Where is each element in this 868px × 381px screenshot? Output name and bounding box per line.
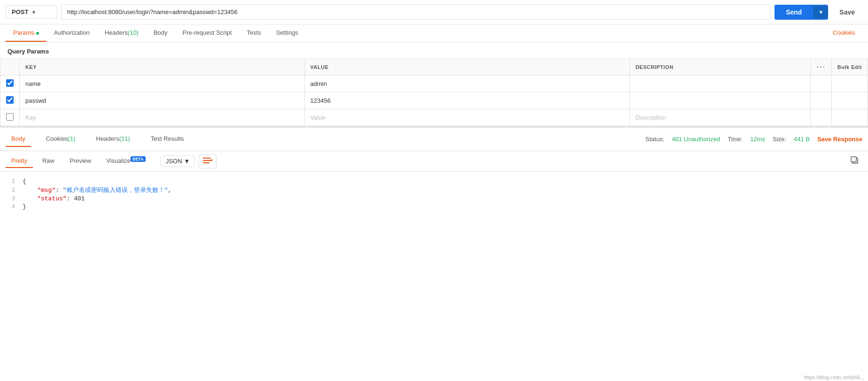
line-num-3: 3: [0, 196, 23, 202]
res-tab-cookies[interactable]: Cookies(1): [40, 131, 81, 147]
row3-key-placeholder: Key: [25, 114, 36, 121]
line-num-1: 1: [0, 178, 23, 185]
code-content-2: "msg": "账户名或密码输入错误，登录失败！",: [23, 186, 868, 194]
row3-value[interactable]: Value: [304, 109, 629, 126]
status-value: 401 Unauthorized: [672, 136, 721, 143]
send-arrow[interactable]: ▼: [813, 6, 828, 19]
status-info: Status: 401 Unauthorized Time: 12ms Size…: [645, 136, 862, 143]
params-dot: [36, 32, 39, 35]
val-status: 401: [74, 195, 85, 202]
col-desc-header: DESCRIPTION: [629, 59, 811, 76]
col-checkbox-header: [0, 59, 20, 76]
code-line-3: 3 "status": 401: [0, 195, 868, 203]
row2-value[interactable]: 123456: [304, 92, 629, 109]
wrap-button[interactable]: [199, 154, 217, 168]
tab-body[interactable]: Body: [146, 24, 175, 42]
save-response-button[interactable]: Save Response: [817, 136, 862, 143]
response-bar: Body Cookies(1) Headers(11) Test Results…: [0, 127, 868, 151]
row2-bulk: [831, 92, 868, 109]
row2-checkbox[interactable]: [6, 96, 14, 104]
key-msg: "msg": [37, 187, 55, 194]
tab-settings[interactable]: Settings: [269, 24, 306, 42]
row3-bulk: [831, 109, 868, 126]
row3-value-placeholder: Value: [310, 114, 326, 121]
code-content-1: {: [23, 178, 868, 185]
row1-actions: [811, 76, 831, 92]
table-row: Key Value Description: [0, 109, 868, 126]
send-main[interactable]: Send: [775, 5, 813, 20]
row1-desc[interactable]: [629, 76, 811, 92]
col-actions-header: ···: [811, 59, 831, 76]
copy-button[interactable]: [846, 154, 862, 168]
row3-checkbox[interactable]: [6, 113, 14, 121]
time-value: 12ms: [750, 136, 765, 143]
table-row: passwd 123456: [0, 92, 868, 109]
col-value-header: VALUE: [304, 59, 629, 76]
row2-desc[interactable]: [629, 92, 811, 109]
code-line-2: 2 "msg": "账户名或密码输入错误，登录失败！",: [0, 185, 868, 195]
save-button[interactable]: Save: [832, 5, 862, 20]
svg-rect-0: [203, 158, 210, 159]
tab-authorization[interactable]: Authorization: [46, 24, 97, 42]
url-input[interactable]: [61, 4, 771, 20]
code-content-4: }: [23, 203, 868, 210]
tab-prerequest[interactable]: Pre-request Script: [175, 24, 240, 42]
code-area: 1 { 2 "msg": "账户名或密码输入错误，登录失败！", 3 "stat…: [0, 172, 868, 247]
row2-checkbox-cell: [0, 92, 20, 109]
row2-actions: [811, 92, 831, 109]
row3-desc-placeholder: Description: [636, 114, 666, 121]
code-line-1: 1 {: [0, 177, 868, 185]
svg-rect-2: [203, 162, 209, 163]
code-content-3: "status": 401: [23, 195, 868, 202]
tab-cookies[interactable]: Cookies: [825, 24, 862, 42]
svg-rect-4: [851, 157, 856, 162]
row2-key[interactable]: passwd: [20, 92, 305, 109]
method-label: POST: [12, 8, 28, 15]
query-params-title: Query Params: [0, 42, 868, 59]
viewer-toolbar: Pretty Raw Preview VisualizeBETA JSON ▼: [0, 151, 868, 172]
format-select[interactable]: JSON ▼: [161, 155, 195, 167]
send-button[interactable]: Send ▼: [775, 5, 828, 20]
code-line-4: 4 }: [0, 203, 868, 211]
time-label: Time:: [728, 136, 743, 143]
bulk-edit-btn[interactable]: Bulk Edit: [831, 59, 868, 76]
request-tabs: Params Authorization Headers(10) Body Pr…: [0, 24, 868, 42]
size-value: 441 B: [794, 136, 810, 143]
line-num-2: 2: [0, 187, 23, 194]
view-tab-pretty[interactable]: Pretty: [6, 154, 33, 168]
wrap-icon: [203, 157, 212, 164]
val-msg: "账户名或密码输入错误，登录失败！": [63, 187, 168, 194]
tab-params[interactable]: Params: [6, 24, 46, 42]
copy-icon: [850, 156, 859, 164]
status-label: Status:: [645, 136, 664, 143]
key-status: "status": [37, 195, 66, 202]
method-chevron: ▼: [31, 9, 36, 15]
view-tab-visualize[interactable]: VisualizeBETA: [101, 154, 151, 168]
row1-key[interactable]: name: [20, 76, 305, 92]
row1-checkbox-cell: [0, 76, 20, 92]
col-key-header: KEY: [20, 59, 305, 76]
row3-actions: [811, 109, 831, 126]
table-row: name admin: [0, 76, 868, 92]
line-num-4: 4: [0, 204, 23, 210]
top-bar: POST ▼ Send ▼ Save: [0, 0, 868, 24]
res-tab-test-results[interactable]: Test Results: [145, 131, 190, 147]
view-tab-raw[interactable]: Raw: [37, 154, 60, 168]
three-dots: ···: [816, 63, 825, 71]
row3-key[interactable]: Key: [20, 109, 305, 126]
method-select[interactable]: POST ▼: [6, 5, 57, 19]
row1-checkbox[interactable]: [6, 79, 14, 87]
row1-value[interactable]: admin: [304, 76, 629, 92]
res-tab-body[interactable]: Body: [6, 131, 31, 147]
res-tab-headers[interactable]: Headers(11): [91, 131, 136, 147]
tab-headers[interactable]: Headers(10): [97, 24, 146, 42]
size-label: Size:: [773, 136, 786, 143]
view-tab-preview[interactable]: Preview: [64, 154, 97, 168]
row1-bulk: [831, 76, 868, 92]
row3-checkbox-cell: [0, 109, 20, 126]
params-table: KEY VALUE DESCRIPTION ··· Bulk Edit name…: [0, 59, 868, 126]
response-section: Body Cookies(1) Headers(11) Test Results…: [0, 126, 868, 247]
tab-tests[interactable]: Tests: [239, 24, 268, 42]
beta-badge: BETA: [131, 156, 146, 162]
row3-desc[interactable]: Description: [629, 109, 811, 126]
